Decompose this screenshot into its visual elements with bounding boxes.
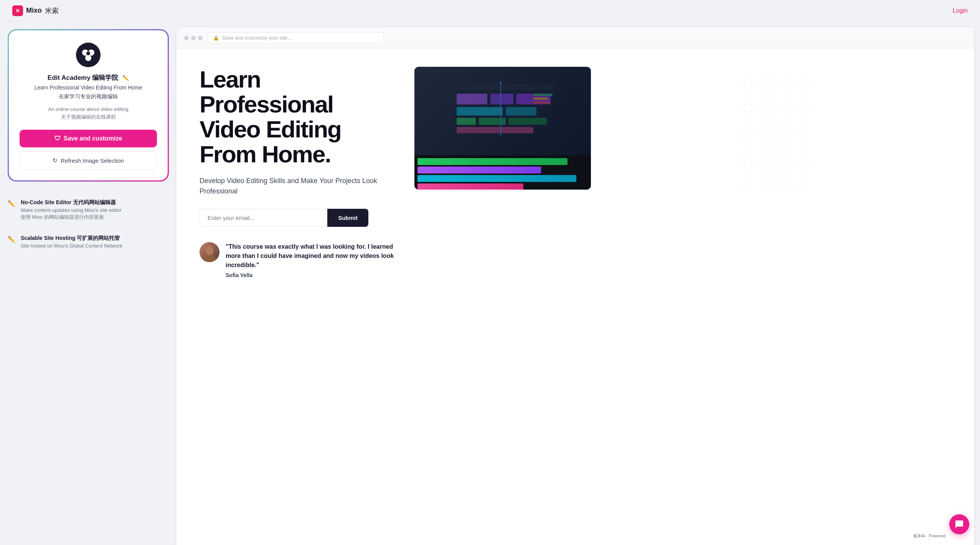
site-subtitle-en: Learn Professional Video Editing From Ho… (20, 84, 157, 92)
svg-rect-17 (457, 127, 533, 133)
refresh-icon: ↻ (53, 157, 58, 164)
browser-dot-2 (191, 36, 196, 40)
site-avatar (76, 43, 101, 67)
header: ✕ Mixo 米索 Login (0, 0, 980, 21)
svg-rect-14 (457, 118, 476, 125)
svg-point-2 (85, 55, 91, 61)
browser-dot-1 (184, 36, 189, 40)
hero-text: Learn Professional Video Editing From Ho… (200, 67, 399, 278)
feature-desc-editor: Make content updates using Mixo's site e… (21, 207, 122, 214)
svg-rect-9 (457, 94, 487, 104)
browser-dots (184, 36, 203, 40)
editor-preview-area (414, 67, 591, 155)
feature-desc-hosting: Site hosted on Mixo's Global Content Net… (21, 243, 122, 249)
site-subtitle-zh: 在家学习专业的视频编辑 (20, 93, 157, 100)
svg-point-5 (206, 246, 213, 255)
browser-bar: 🔒 Save and customize your site... (177, 28, 974, 48)
svg-rect-7 (453, 84, 553, 90)
svg-rect-22 (533, 101, 551, 104)
hero-subtitle: Develop Video Editing Skills and Make Yo… (200, 176, 399, 197)
left-panel: Edit Academy 编辑学院 ✏️ Learn Professional … (0, 21, 177, 545)
chat-label: 鬼斧AI · Powered (913, 533, 945, 539)
feature-title-hosting: Scalable Site Hosting 可扩展的网站托管 (21, 235, 122, 242)
svg-rect-15 (479, 118, 506, 125)
testimonial-quote: "This course was exactly what I was look… (226, 242, 399, 270)
feature-desc-editor-zh: 使用 Mixo 的网站编辑器进行内容更新 (21, 214, 122, 221)
edit-icon[interactable]: ✏️ (122, 75, 129, 81)
browser-address-bar[interactable]: 🔒 Save and customize your site... (207, 32, 384, 43)
testimonial-avatar (200, 242, 219, 262)
testimonial: "This course was exactly what I was look… (200, 242, 399, 278)
svg-rect-21 (533, 97, 548, 100)
feature-item-hosting: ✏️ Scalable Site Hosting 可扩展的网站托管 Site h… (8, 228, 169, 257)
hero-title: Learn Professional Video Editing From Ho… (200, 67, 399, 167)
email-input[interactable] (200, 209, 327, 227)
logo-chinese: 米索 (45, 6, 59, 15)
svg-rect-16 (508, 118, 547, 125)
svg-point-6 (203, 255, 216, 262)
chat-bubble-button[interactable] (949, 514, 969, 534)
svg-rect-20 (533, 94, 553, 96)
site-card: Edit Academy 编辑学院 ✏️ Learn Professional … (9, 30, 168, 180)
testimonial-author: Sofia Vella (226, 272, 399, 278)
lock-icon: 🔒 (213, 35, 219, 41)
hero-section: Learn Professional Video Editing From Ho… (200, 67, 951, 278)
feature-title-editor: No-Code Site Editor 无代码网站编辑器 (21, 199, 122, 206)
logo-icon: ✕ (12, 5, 23, 16)
svg-rect-12 (457, 107, 503, 116)
hosting-feature-icon: ✏️ (8, 236, 15, 243)
login-button[interactable]: Login (953, 7, 968, 14)
logo: ✕ Mixo 米索 (12, 5, 59, 16)
refresh-image-button[interactable]: ↻ Refresh Image Selection (20, 151, 157, 170)
submit-button[interactable]: Submit (327, 209, 368, 227)
svg-rect-13 (506, 107, 536, 116)
hero-image (414, 67, 591, 190)
email-form: Submit (200, 209, 368, 227)
address-text: Save and customize your site... (222, 35, 292, 41)
shield-icon: 🛡 (54, 135, 61, 142)
browser-dot-3 (198, 36, 203, 40)
svg-point-3 (86, 51, 90, 55)
svg-rect-10 (490, 94, 513, 104)
right-panel: 🔒 Save and customize your site... Learn … (177, 28, 974, 545)
site-description-zh: 关于视频编辑的在线课程 (20, 114, 157, 121)
site-card-wrapper: Edit Academy 编辑学院 ✏️ Learn Professional … (8, 29, 169, 182)
save-customize-button[interactable]: 🛡 Save and customize (20, 130, 157, 147)
site-name: Edit Academy 编辑学院 ✏️ (20, 73, 157, 82)
logo-text: Mixo (26, 7, 42, 15)
edit-feature-icon: ✏️ (8, 200, 15, 207)
editor-timeline (414, 155, 591, 190)
preview-content: Learn Professional Video Editing From Ho… (177, 48, 974, 545)
video-editor-mock (414, 67, 591, 190)
feature-item-editor: ✏️ No-Code Site Editor 无代码网站编辑器 Make con… (8, 192, 169, 228)
site-description-en: An online course about video editing (20, 106, 157, 112)
main-container: Edit Academy 编辑学院 ✏️ Learn Professional … (0, 21, 980, 545)
features-list: ✏️ No-Code Site Editor 无代码网站编辑器 Make con… (8, 192, 169, 257)
